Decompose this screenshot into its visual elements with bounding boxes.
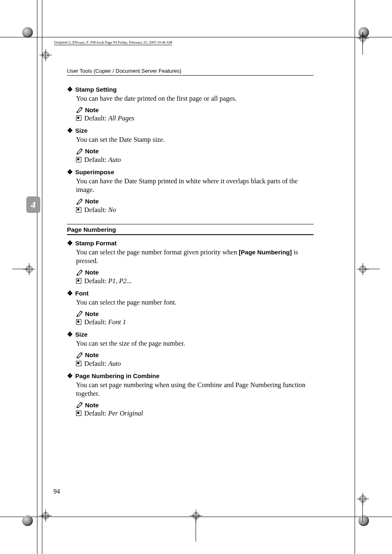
- note-body: Default: All Pages: [76, 114, 314, 122]
- item-size-2: ❖Size: [67, 330, 314, 338]
- crop-ball-icon: [22, 515, 34, 527]
- registration-mark-icon: [39, 49, 52, 61]
- crop-line: [355, 0, 355, 554]
- default-value: No: [108, 206, 116, 214]
- crop-shaft: [12, 269, 29, 269]
- note-heading: Note: [76, 269, 314, 276]
- note-heading: Note: [76, 310, 314, 317]
- registration-mark-icon: [39, 510, 52, 522]
- registration-mark-icon: [357, 32, 369, 44]
- note-heading: Note: [76, 401, 314, 409]
- body-pre: You can select the page number format gi…: [76, 248, 239, 256]
- note-body: Default: Per Original: [76, 409, 314, 418]
- default-label: Default:: [84, 114, 108, 122]
- pencil-icon: [76, 106, 83, 113]
- square-bullet-icon: [76, 319, 81, 325]
- note-label: Note: [85, 198, 99, 205]
- book-info-line: DolphinC2_ENcopy_F_FM.book Page 94 Frida…: [54, 40, 172, 45]
- crop-line: [37, 0, 37, 554]
- item-body: You can select the page number format gi…: [76, 248, 314, 265]
- default-label: Default:: [84, 277, 108, 285]
- note-heading: Note: [76, 351, 314, 359]
- page-number: 94: [53, 488, 60, 495]
- pencil-icon: [76, 310, 83, 317]
- diamond-icon: ❖: [67, 372, 73, 380]
- default-value: All Pages: [108, 114, 134, 122]
- diamond-icon: ❖: [67, 289, 73, 297]
- square-bullet-icon: [76, 361, 81, 366]
- note-label: Note: [85, 269, 99, 276]
- item-stamp-setting: ❖Stamp Setting: [67, 85, 314, 93]
- crop-line: [0, 37, 392, 37]
- chapter-number: 4: [31, 199, 36, 210]
- square-bullet-icon: [76, 411, 81, 416]
- default-value: Font 1: [108, 318, 126, 326]
- square-bullet-icon: [76, 207, 81, 212]
- item-body: You can have the Date Stamp printed in w…: [76, 177, 314, 194]
- item-size: ❖Size: [67, 127, 314, 134]
- registration-mark-icon: [190, 510, 202, 522]
- diamond-icon: ❖: [67, 330, 73, 338]
- note-label: Note: [85, 351, 99, 358]
- square-bullet-icon: [76, 157, 81, 162]
- note-body: Default: P1, P2...: [76, 277, 314, 285]
- diamond-icon: ❖: [67, 168, 73, 176]
- item-body: You can select the page number font.: [76, 298, 314, 307]
- running-head: User Tools (Copier / Document Server Fea…: [67, 68, 314, 76]
- pencil-icon: [76, 401, 83, 409]
- default-value: P1, P2...: [108, 277, 131, 285]
- pencil-icon: [76, 198, 83, 205]
- item-title: Font: [75, 290, 88, 297]
- crop-shaft: [196, 517, 196, 542]
- item-body: You can set the size of the page number.: [76, 339, 314, 348]
- default-value: Auto: [108, 156, 121, 164]
- crop-shaft: [362, 32, 363, 55]
- square-bullet-icon: [76, 278, 81, 284]
- crop-shaft: [362, 499, 363, 522]
- default-value: Auto: [108, 360, 121, 367]
- crop-shaft: [363, 269, 380, 269]
- page-content: User Tools (Copier / Document Server Fea…: [67, 68, 314, 418]
- diamond-icon: ❖: [67, 85, 73, 93]
- note-heading: Note: [76, 106, 314, 113]
- chapter-tab: 4: [26, 196, 40, 213]
- crop-ball-icon: [358, 515, 370, 527]
- default-value: Per Original: [108, 409, 143, 417]
- note-label: Note: [85, 310, 99, 317]
- note-body: Default: Auto: [76, 156, 314, 164]
- pencil-icon: [76, 351, 83, 359]
- square-bullet-icon: [76, 115, 81, 121]
- note-label: Note: [85, 106, 99, 113]
- ui-key: [Page Numbering]: [239, 249, 292, 256]
- note-heading: Note: [76, 148, 314, 155]
- note-label: Note: [85, 402, 99, 409]
- item-page-numbering-combine: ❖Page Numbering in Combine: [67, 372, 314, 380]
- item-stamp-format: ❖Stamp Format: [67, 239, 314, 247]
- section-page-numbering: Page Numbering: [67, 224, 314, 235]
- item-title: Size: [75, 331, 88, 338]
- note-label: Note: [85, 148, 99, 155]
- default-label: Default:: [84, 360, 108, 367]
- registration-mark-icon: [23, 263, 35, 275]
- item-title: Stamp Setting: [75, 86, 117, 93]
- note-body: Default: Auto: [76, 360, 314, 368]
- registration-mark-icon: [357, 263, 369, 275]
- pencil-icon: [76, 148, 83, 155]
- item-title: Page Numbering in Combine: [75, 372, 159, 379]
- item-title: Stamp Format: [75, 240, 117, 247]
- note-body: Default: No: [76, 206, 314, 214]
- item-body: You can have the date printed on the fir…: [76, 94, 314, 103]
- crop-ball-icon: [22, 27, 34, 39]
- item-body: You can set page numbering when using th…: [76, 381, 314, 398]
- item-font: ❖Font: [67, 289, 314, 297]
- item-superimpose: ❖Superimpose: [67, 168, 314, 176]
- registration-mark-icon: [357, 493, 369, 505]
- note-body: Default: Font 1: [76, 318, 314, 326]
- item-title: Superimpose: [75, 169, 114, 175]
- diamond-icon: ❖: [67, 127, 73, 134]
- diamond-icon: ❖: [67, 239, 73, 247]
- default-label: Default:: [84, 318, 108, 326]
- pencil-icon: [76, 269, 83, 276]
- item-title: Size: [75, 127, 88, 134]
- default-label: Default:: [84, 206, 108, 214]
